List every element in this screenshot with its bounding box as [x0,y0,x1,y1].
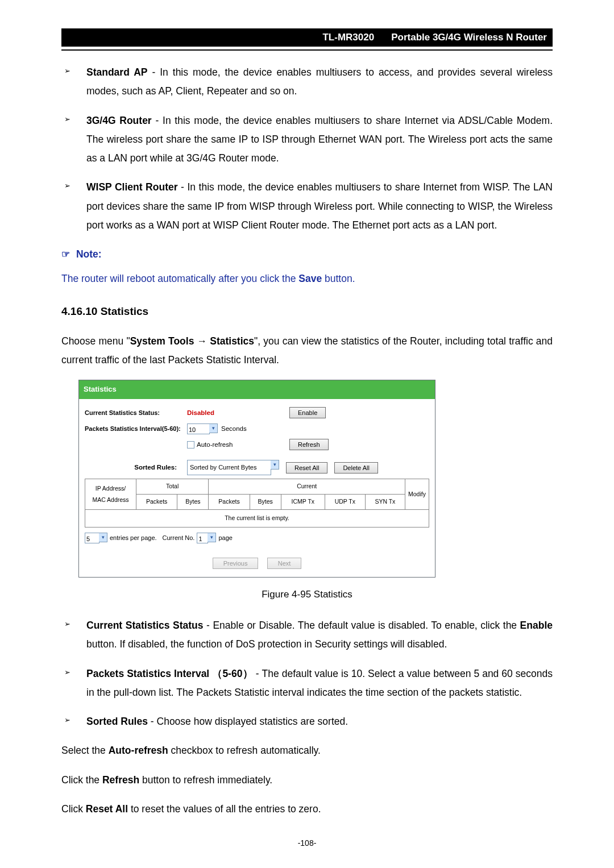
interval-select[interactable]: 10 [187,423,210,434]
definitions-list: ➢ Current Statistics Status - Enable or … [61,616,553,731]
p-reset-all: Click Reset All to reset the values of a… [61,800,553,819]
statistics-screenshot: Statistics Current Statistics Status: Di… [78,380,435,578]
delete-all-button[interactable]: Delete All [334,462,377,474]
th-syn: SYN Tx [365,495,405,510]
reset-all-button[interactable]: Reset All [286,462,327,474]
bullet-arrow-icon: ➢ [64,617,70,632]
current-no-label: Current No. [163,532,195,544]
interval-label: Packets Statistics Interval(5-60): [85,423,187,435]
figure-caption: Figure 4-95 Statistics [61,585,553,604]
bullet-arrow-icon: ➢ [64,64,70,78]
chevron-down-icon[interactable]: ▾ [209,423,218,433]
mode-standard-ap: ➢ Standard AP - In this mode, the device… [61,63,553,101]
current-status-value: Disabled [187,407,289,420]
th-current: Current [209,479,405,495]
statistics-table: IP Address/ MAC Address Total Current Mo… [85,479,429,528]
model-label: TL-MR3020 [322,32,374,43]
current-no-select[interactable]: 1 [197,533,208,543]
header-rule [61,49,553,51]
th-total-packets: Packets [136,495,177,510]
th-modify: Modify [405,479,429,510]
enable-button[interactable]: Enable [289,407,326,418]
th-cur-bytes: Bytes [250,495,281,510]
empty-list-text: The current list is empty. [85,510,429,528]
bullet-arrow-icon: ➢ [64,713,70,728]
def-packets-interval: ➢ Packets Statistics Interval （5-60） - T… [61,665,553,703]
doc-header: TL-MR3020 Portable 3G/4G Wireless N Rout… [61,28,553,47]
entries-per-page-label: entries per page. [110,532,157,544]
refresh-button[interactable]: Refresh [289,439,329,450]
mode-wisp: ➢ WISP Client Router - In this mode, the… [61,178,553,235]
sorted-rules-label: Sorted Rules: [85,462,187,474]
note-label: Note: [76,248,102,260]
page-number: -108- [61,836,553,851]
chevron-down-icon[interactable]: ▾ [271,460,279,470]
th-icmp: ICMP Tx [281,495,325,510]
previous-button[interactable]: Previous [213,558,259,569]
th-total: Total [136,479,209,495]
def-current-stats-status: ➢ Current Statistics Status - Enable or … [61,616,553,654]
next-button[interactable]: Next [267,558,302,569]
current-status-label: Current Statistics Status: [85,407,187,419]
pointing-hand-icon: ☞ [61,249,70,260]
mode-3g4g: ➢ 3G/4G Router - In this mode, the devic… [61,111,553,168]
interval-unit: Seconds [221,423,247,435]
entries-per-page-select[interactable]: 5 [85,533,99,543]
sorted-rules-select[interactable]: Sorted by Current Bytes [187,460,271,475]
th-ip-mac: IP Address/ MAC Address [85,479,136,510]
chevron-down-icon[interactable]: ▾ [208,533,216,542]
bullet-arrow-icon: ➢ [64,666,70,680]
note-heading: ☞ Note: [61,245,553,264]
section-intro: Choose menu "System Tools → Statistics",… [61,332,553,370]
bullet-arrow-icon: ➢ [64,113,70,127]
mode-name: WISP Client Router [86,181,178,193]
note-body: The router will reboot automatically aft… [61,269,553,288]
page-label: page [218,532,232,544]
th-total-bytes: Bytes [177,495,209,510]
chevron-down-icon[interactable]: ▾ [99,533,107,542]
panel-title: Statistics [79,380,435,399]
p-refresh: Click the Refresh button to refresh imme… [61,771,553,790]
section-heading: 4.16.10 Statistics [61,301,553,322]
mode-list: ➢ Standard AP - In this mode, the device… [61,63,553,235]
auto-refresh-checkbox[interactable] [187,441,194,448]
mode-name: 3G/4G Router [86,115,152,126]
th-cur-packets: Packets [209,495,250,510]
def-sorted-rules: ➢ Sorted Rules - Choose how displayed st… [61,712,553,731]
p-auto-refresh: Select the Auto-refresh checkbox to refr… [61,741,553,760]
bullet-arrow-icon: ➢ [64,179,70,193]
auto-refresh-label: Auto-refresh [197,439,233,451]
product-title: Portable 3G/4G Wireless N Router [391,32,547,43]
th-udp: UDP Tx [325,495,365,510]
pager-row: 5▾ entries per page. Current No. 1▾ page [85,532,429,544]
mode-name: Standard AP [86,67,147,78]
